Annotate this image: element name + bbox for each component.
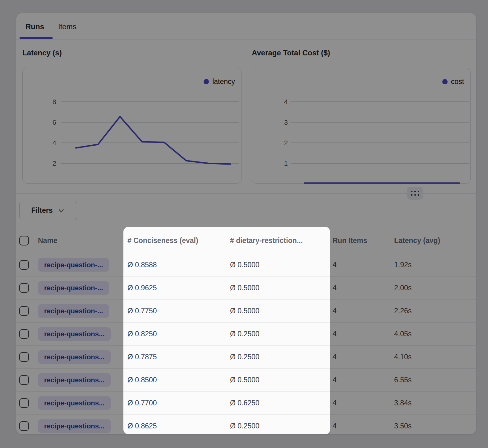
latency-avg-value: 2.00s [394,277,412,299]
table-row: recipe-questions... Ø 0.7700 Ø 0.6250 4 … [16,392,476,415]
conciseness-value: Ø 0.8250 [127,323,157,345]
dietary-restriction-value: Ø 0.6250 [230,392,260,414]
dietary-restriction-value: Ø 0.2500 [230,346,260,368]
legend-label: latency [212,77,235,86]
run-items-value: 4 [333,346,337,368]
table-header: Name # Conciseness (eval) # dietary-rest… [16,227,476,254]
row-checkbox[interactable] [19,398,29,408]
run-items-value: 4 [333,392,337,414]
dietary-restriction-value: Ø 0.5000 [230,277,260,299]
row-checkbox[interactable] [19,260,29,270]
latency-avg-value: 4.05s [394,323,412,345]
resize-handle[interactable] [407,187,423,200]
run-items-value: 4 [333,415,337,437]
filters-button-label: Filters [31,206,53,215]
latency-avg-value: 1.92s [394,254,412,276]
select-all-checkbox[interactable] [19,236,29,245]
chevron-down-icon [57,207,65,215]
row-checkbox[interactable] [19,421,29,431]
svg-text:3: 3 [284,119,288,126]
table-row: recipe-questions... Ø 0.7875 Ø 0.2500 4 … [16,346,476,369]
col-header-conciseness: # Conciseness (eval) [127,227,198,254]
latency-avg-value: 6.55s [394,369,412,391]
row-checkbox[interactable] [19,283,29,293]
col-header-name: Name [38,227,58,254]
dietary-restriction-value: Ø 0.5000 [230,254,260,276]
run-name-badge[interactable]: recipe-questions... [38,327,111,341]
tab-runs[interactable]: Runs [25,22,44,31]
conciseness-value: Ø 0.7750 [127,300,157,322]
run-items-value: 4 [333,300,337,322]
run-items-value: 4 [333,277,337,299]
table-row: recipe-question-... Ø 0.8588 Ø 0.5000 4 … [16,254,476,277]
conciseness-value: Ø 0.7875 [127,346,157,368]
run-items-value: 4 [333,254,337,276]
conciseness-value: Ø 0.8588 [127,254,157,276]
tab-bar: Runs Items [16,13,476,40]
conciseness-value: Ø 0.8500 [127,369,157,391]
table-row: recipe-questions... Ø 0.8625 Ø 0.2500 4 … [16,415,476,437]
svg-text:4: 4 [53,139,56,147]
col-header-dietary-restriction: # dietary-restriction... [230,227,303,254]
legend-label: cost [451,77,464,86]
page: Runs Items Latency (s) 8642 latency Aver… [0,0,488,448]
svg-text:4: 4 [284,98,288,106]
run-name-badge[interactable]: recipe-questions... [38,350,111,364]
table-row: recipe-questions... Ø 0.8500 Ø 0.5000 4 … [16,369,476,392]
col-header-latency-avg: Latency (avg) [394,227,440,254]
grip-dots-icon [411,191,419,196]
dietary-restriction-value: Ø 0.2500 [230,323,260,345]
cost-chart-panel: 4321 cost [252,68,471,184]
legend-dot-icon [204,79,209,84]
run-name-badge[interactable]: recipe-questions... [38,373,111,387]
run-items-value: 4 [333,369,337,391]
runs-panel-card: Runs Items Latency (s) 8642 latency Aver… [16,13,476,434]
svg-text:2: 2 [53,160,56,167]
dietary-restriction-value: Ø 0.5000 [230,369,260,391]
dietary-restriction-value: Ø 0.2500 [230,415,260,437]
latency-avg-value: 3.84s [394,392,412,414]
latency-chart-panel: 8642 latency [22,68,242,184]
conciseness-value: Ø 0.9625 [127,277,157,299]
latency-avg-value: 4.10s [394,346,412,368]
svg-text:2: 2 [284,139,288,147]
latency-avg-value: 3.50s [394,415,412,437]
conciseness-value: Ø 0.7700 [127,392,157,414]
row-checkbox[interactable] [19,329,29,339]
latency-avg-value: 2.26s [394,300,412,322]
table-row: recipe-questions... Ø 0.8250 Ø 0.2500 4 … [16,323,476,346]
active-tab-underline [20,37,53,39]
dietary-restriction-value: Ø 0.5000 [230,300,260,322]
run-items-value: 4 [333,323,337,345]
filters-button[interactable]: Filters [19,201,77,220]
run-name-badge[interactable]: recipe-questions... [38,396,111,410]
col-header-run-items: Run Items [333,227,367,254]
row-checkbox[interactable] [19,352,29,362]
run-name-badge[interactable]: recipe-questions... [38,419,111,433]
svg-text:6: 6 [53,119,56,126]
latency-legend: latency [204,77,235,86]
tab-items[interactable]: Items [58,22,76,31]
cost-legend: cost [442,77,464,86]
table-row: recipe-question-... Ø 0.9625 Ø 0.5000 4 … [16,277,476,300]
conciseness-value: Ø 0.8625 [127,415,157,437]
table-row: recipe-question-... Ø 0.7750 Ø 0.5000 4 … [16,300,476,323]
run-name-badge[interactable]: recipe-question-... [38,281,109,295]
latency-chart-title: Latency (s) [22,49,62,57]
cost-chart: 4321 [252,68,470,183]
legend-dot-icon [442,79,448,84]
table-body: recipe-question-... Ø 0.8588 Ø 0.5000 4 … [16,254,476,437]
row-checkbox[interactable] [19,375,29,385]
run-name-badge[interactable]: recipe-question-... [38,258,109,272]
run-name-badge[interactable]: recipe-question-... [38,304,109,318]
svg-text:1: 1 [284,160,288,167]
svg-text:8: 8 [53,98,56,106]
cost-chart-title: Average Total Cost ($) [252,49,330,57]
row-checkbox[interactable] [19,306,29,316]
